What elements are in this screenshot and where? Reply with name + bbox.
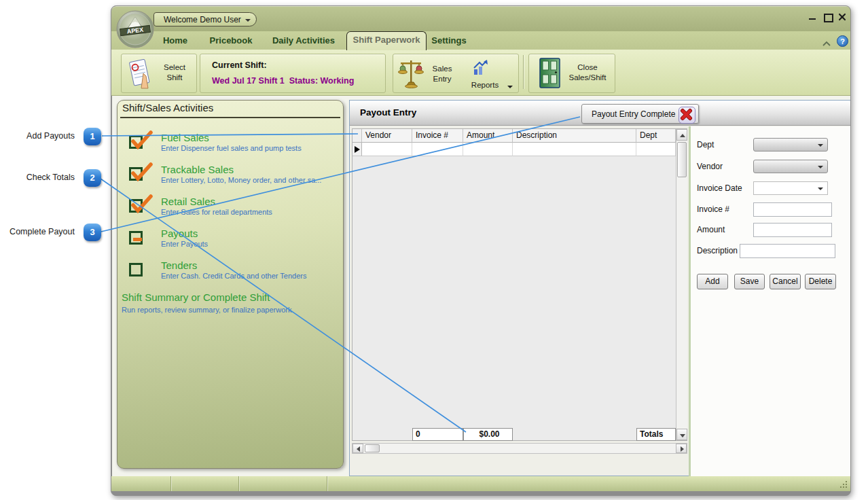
sales-reports-group: Sales Entry Reports (393, 54, 519, 93)
user-menu-label: Welcome Demo User (164, 15, 241, 24)
payout-grid: Vendor Invoice # Amount Description Dept… (352, 128, 687, 441)
dept-dropdown[interactable] (753, 138, 828, 151)
grid-cell-invoice[interactable] (412, 143, 463, 156)
grid-horizontal-scrollbar[interactable] (352, 443, 687, 454)
activity-checkbox-4 (129, 263, 143, 276)
tab-shift-paperwork[interactable]: Shift Paperwork (346, 31, 427, 50)
select-shift-label-bottom: Shift (157, 73, 192, 83)
totals-label-cell: Totals (636, 428, 676, 441)
tab-home[interactable]: Home (152, 33, 198, 50)
grid-cell-amount[interactable] (463, 143, 513, 156)
help-button[interactable]: ? (837, 35, 848, 47)
activity-subtitle-trackable-sales[interactable]: Enter Lottery, Lotto, Money order, and o… (161, 176, 321, 184)
help-icon: ? (840, 37, 845, 46)
collapse-ribbon-button[interactable] (822, 37, 831, 50)
activity-item-retail-sales[interactable]: Retail Sales (161, 196, 215, 207)
current-shift-group: Current Shift: Wed Jul 17 Shift 1 Status… (200, 54, 386, 93)
amount-label: Amount (697, 223, 725, 236)
invoice-number-field[interactable] (753, 202, 832, 217)
activity-item-payouts[interactable]: Payouts (161, 228, 198, 239)
invoice-date-combo[interactable] (753, 181, 828, 195)
row-selector-arrow-icon (355, 146, 360, 153)
callout-number-1: 1 (90, 131, 94, 141)
tab-settings[interactable]: Settings (428, 33, 470, 50)
chevron-down-icon (818, 188, 823, 190)
invoice-date-label: Invoice Date (697, 181, 742, 195)
resize-grip[interactable] (839, 480, 848, 488)
tab-pricebook[interactable]: Pricebook (202, 33, 259, 50)
totals-count-cell: 0 (412, 428, 463, 441)
add-button[interactable]: Add (697, 274, 728, 289)
status-bar (111, 476, 851, 491)
tab-daily-activities[interactable]: Daily Activities (265, 33, 342, 50)
red-x-icon (679, 107, 695, 124)
user-menu-button[interactable]: Welcome Demo User (153, 12, 257, 26)
callout-bubble-1: 1 (84, 128, 101, 145)
callout-label-2: Check Totals (7, 173, 75, 182)
scroll-down-button[interactable] (676, 429, 687, 440)
activity-subtitle-fuel-sales[interactable]: Enter Dispenser fuel sales and pump test… (161, 144, 302, 152)
grid-header-vendor[interactable]: Vendor (362, 129, 412, 143)
chevron-up-icon (822, 40, 831, 47)
totals-amount-cell: $0.00 (463, 428, 513, 441)
shift-summary-link[interactable]: Shift Summary or Complete Shift (122, 291, 270, 303)
scroll-right-button[interactable] (676, 444, 687, 453)
vendor-dropdown[interactable] (753, 160, 828, 173)
sales-entry-icon (398, 58, 424, 89)
current-shift-value: Wed Jul 17 Shift 1 Status: Working (212, 76, 354, 86)
status-separator (327, 476, 327, 491)
grid-row-selector[interactable] (352, 143, 362, 156)
select-shift-button[interactable]: Select Shift (121, 54, 197, 93)
shift-sales-activities-panel (117, 100, 344, 469)
sales-entry-label-top: Sales (427, 64, 457, 74)
grid-cell-vendor[interactable] (362, 143, 412, 156)
activity-item-trackable-sales[interactable]: Trackable Sales (161, 164, 234, 175)
minimize-button[interactable] (807, 12, 818, 22)
delete-button[interactable]: Delete (805, 274, 836, 289)
status-separator (170, 476, 171, 491)
vertical-scroll-thumb[interactable] (677, 142, 687, 177)
grid-header-amount[interactable]: Amount (463, 129, 513, 143)
close-sales-shift-label-top: Close (562, 62, 613, 73)
shift-summary-subtitle[interactable]: Run reports, review summary, or finalize… (122, 306, 291, 314)
grid-cell-description[interactable] (513, 143, 636, 156)
activity-subtitle-retail-sales[interactable]: Enter Sales for retail departments (161, 208, 272, 216)
activity-item-fuel-sales[interactable]: Fuel Sales (161, 132, 209, 143)
cancel-button[interactable]: Cancel (770, 274, 801, 289)
amount-field[interactable] (753, 223, 832, 237)
description-field[interactable] (740, 244, 835, 258)
callout-label-3: Complete Payout (7, 227, 75, 236)
callout-label-1: Add Payouts (7, 131, 75, 141)
scroll-left-button[interactable] (352, 444, 363, 453)
sales-entry-button[interactable]: Sales Entry (393, 54, 458, 92)
activity-subtitle-payouts[interactable]: Enter Payouts (161, 240, 208, 248)
current-shift-label: Current Shift: (212, 60, 267, 70)
scroll-up-button[interactable] (676, 129, 687, 141)
payout-entry-title: Payout Entry (360, 107, 416, 118)
grid-vertical-scrollbar[interactable] (676, 129, 687, 440)
grid-header-description[interactable]: Description (513, 129, 636, 143)
grid-header-dept[interactable]: Dept (636, 129, 676, 143)
maximize-button[interactable] (822, 12, 833, 22)
chevron-down-icon (818, 166, 823, 168)
close-sales-shift-button[interactable]: Close Sales/Shift (528, 54, 615, 93)
save-button[interactable]: Save (734, 274, 765, 289)
activities-panel-title: Shift/Sales Activities (122, 102, 213, 113)
ribbon-divider (523, 55, 524, 89)
close-button[interactable] (837, 12, 848, 22)
reports-button[interactable]: Reports (460, 54, 518, 92)
dept-label: Dept (697, 138, 714, 151)
close-icon (837, 12, 848, 22)
close-sales-shift-icon (539, 58, 562, 89)
grid-cell-dept[interactable] (636, 143, 676, 156)
payout-form-panel: Dept Vendor Invoice Date Invoice # Amoun… (689, 126, 851, 476)
invoice-number-label: Invoice # (697, 202, 729, 216)
activity-subtitle-tenders[interactable]: Enter Cash. Credit Cards and other Tende… (161, 272, 306, 280)
scroll-right-icon (681, 446, 684, 452)
scroll-down-icon (680, 434, 685, 438)
grid-header-invoice[interactable]: Invoice # (412, 129, 463, 143)
payout-entry-complete-button[interactable]: Payout Entry Complete (581, 104, 699, 124)
page: Add Payouts 1 Check Totals 2 Complete Pa… (0, 0, 868, 500)
activity-item-tenders[interactable]: Tenders (161, 260, 197, 271)
horizontal-scroll-thumb[interactable] (365, 444, 380, 452)
